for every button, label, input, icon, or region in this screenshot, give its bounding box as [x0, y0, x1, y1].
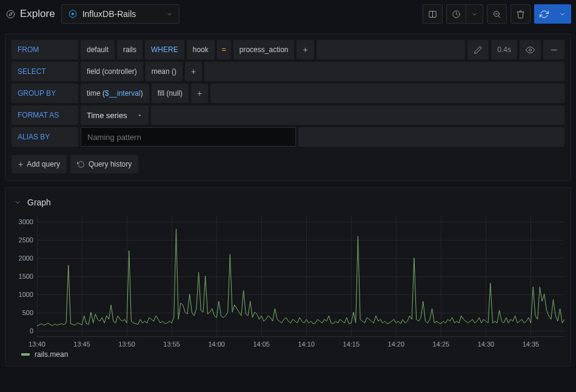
- alias-keyword: ALIAS BY: [12, 127, 78, 147]
- pencil-icon: [474, 45, 483, 55]
- legend-swatch: [21, 353, 30, 356]
- add-query-button[interactable]: + Add query: [12, 155, 67, 173]
- header-left: Explore InfluxDB-Rails: [5, 4, 179, 24]
- from-keyword: FROM: [12, 40, 78, 59]
- trash-icon: [516, 10, 525, 19]
- query-history-button[interactable]: Query history: [70, 155, 138, 173]
- groupby-fill-segment[interactable]: fill (null): [152, 84, 189, 103]
- remove-query-button[interactable]: [543, 40, 564, 59]
- zoom-out-icon: [492, 10, 501, 19]
- datasource-picker[interactable]: InfluxDB-Rails: [61, 4, 179, 24]
- x-tick-label: 14:10: [298, 341, 315, 348]
- y-tick-label: 500: [22, 309, 33, 316]
- svg-point-9: [529, 48, 532, 51]
- query-exec-time: 0.4s: [491, 40, 517, 59]
- chart-title: Graph: [27, 198, 51, 207]
- groupby-time-pre: time (: [87, 89, 105, 98]
- split-button[interactable]: [423, 4, 443, 24]
- svg-marker-1: [9, 13, 12, 16]
- run-button-group: [534, 4, 571, 24]
- format-select-value: Time series: [87, 111, 127, 120]
- select-keyword: SELECT: [12, 62, 78, 81]
- groupby-row: GROUP BY time ($__interval) fill (null) …: [12, 84, 564, 103]
- toggle-visibility-button[interactable]: [520, 40, 541, 59]
- where-field-segment[interactable]: hook: [187, 40, 215, 59]
- run-query-button[interactable]: [534, 4, 554, 24]
- y-axis: 050010001500200025003000: [12, 216, 37, 337]
- where-keyword: WHERE: [145, 40, 184, 59]
- page-title: Explore: [6, 8, 55, 20]
- svg-point-2: [72, 13, 74, 15]
- x-tick-label: 14:35: [523, 341, 540, 348]
- row-filler: [316, 40, 466, 59]
- where-add-button[interactable]: +: [296, 40, 313, 59]
- datasource-name: InfluxDB-Rails: [82, 9, 136, 19]
- split-pane-icon: [428, 10, 437, 19]
- influxdb-icon: [68, 9, 78, 19]
- groupby-add-button[interactable]: +: [191, 84, 208, 103]
- minus-icon: [549, 45, 558, 55]
- x-tick-label: 14:15: [343, 341, 360, 348]
- chart-legend[interactable]: rails.mean: [21, 350, 564, 359]
- clock-icon: [452, 10, 461, 19]
- header-toolbar: [423, 4, 571, 24]
- chart-svg: [37, 216, 564, 336]
- alias-input-wrapper: [81, 127, 296, 147]
- select-row: SELECT field (controller) mean () +: [12, 62, 564, 81]
- y-tick-label: 1000: [19, 291, 33, 298]
- y-tick-label: 3000: [19, 218, 33, 225]
- toggle-editor-button[interactable]: [467, 40, 489, 59]
- format-row: FORMAT AS Time series: [12, 105, 564, 125]
- add-query-label: Add query: [27, 160, 60, 168]
- time-range-button-group: [446, 4, 483, 24]
- run-interval-button[interactable]: [554, 4, 571, 24]
- y-tick-label: 1500: [19, 273, 33, 280]
- chevron-down-icon: [14, 199, 21, 206]
- select-agg-segment[interactable]: mean (): [146, 62, 183, 81]
- row-filler: [204, 62, 564, 81]
- where-operator-segment[interactable]: =: [217, 40, 231, 59]
- y-tick-label: 0: [30, 327, 33, 334]
- x-tick-label: 13:50: [118, 341, 135, 348]
- x-tick-label: 14:25: [433, 341, 450, 348]
- x-tick-label: 13:40: [28, 341, 45, 348]
- zoom-out-button[interactable]: [487, 4, 507, 24]
- row-filler: [210, 84, 564, 103]
- svg-line-7: [498, 16, 500, 18]
- time-range-button[interactable]: [446, 4, 466, 24]
- content-area: FROM default rails WHERE hook = process_…: [0, 28, 576, 371]
- svg-marker-11: [138, 115, 141, 116]
- select-field-segment[interactable]: field (controller): [81, 62, 143, 81]
- clear-button[interactable]: [511, 4, 531, 24]
- x-tick-label: 13:45: [73, 341, 90, 348]
- groupby-time-segment[interactable]: time ($__interval): [81, 84, 149, 103]
- chart-panel: Graph 050010001500200025003000 13:4013:4…: [5, 187, 571, 367]
- from-policy-segment[interactable]: default: [81, 40, 115, 59]
- from-row: FROM default rails WHERE hook = process_…: [12, 40, 564, 59]
- compass-icon: [6, 10, 15, 19]
- query-panel: FROM default rails WHERE hook = process_…: [5, 33, 571, 181]
- caret-down-icon: [137, 113, 142, 118]
- x-tick-label: 14:00: [208, 341, 225, 348]
- alias-input[interactable]: [87, 133, 289, 142]
- chart-plot[interactable]: [37, 216, 564, 337]
- where-value-segment[interactable]: process_action: [233, 40, 295, 59]
- chart-header[interactable]: Graph: [12, 193, 564, 212]
- svg-point-0: [7, 10, 15, 18]
- format-keyword: FORMAT AS: [12, 105, 78, 125]
- query-actions: + Add query Query history: [12, 155, 564, 173]
- select-add-button[interactable]: +: [185, 62, 202, 81]
- query-history-label: Query history: [89, 160, 132, 168]
- from-measurement-segment[interactable]: rails: [117, 40, 142, 59]
- x-tick-label: 13:55: [163, 341, 180, 348]
- format-select[interactable]: Time series: [81, 105, 149, 125]
- time-range-caret-button[interactable]: [466, 4, 483, 24]
- x-tick-label: 14:20: [388, 341, 405, 348]
- row-filler: [298, 127, 564, 147]
- x-tick-label: 14:30: [478, 341, 495, 348]
- groupby-time-post: ): [141, 89, 143, 98]
- row-filler: [151, 105, 564, 125]
- x-tick-label: 14:05: [253, 341, 270, 348]
- chevron-down-icon: [559, 11, 566, 18]
- query-row-actions: 0.4s: [467, 40, 564, 59]
